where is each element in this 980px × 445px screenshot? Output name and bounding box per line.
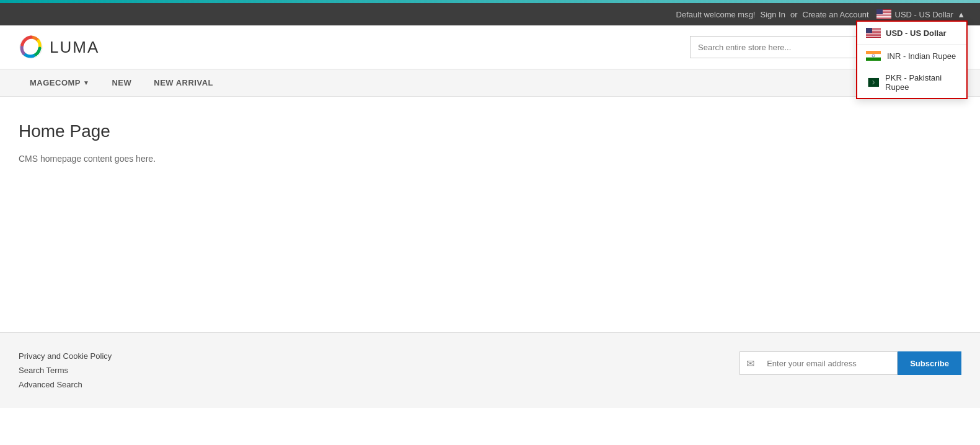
page-title: Home Page: [19, 121, 961, 141]
newsletter-email-input[interactable]: [761, 352, 897, 374]
svg-rect-16: [866, 51, 881, 54]
logo-text: LUMA: [50, 38, 99, 57]
pkr-label: PKR - Pakistani Rupee: [885, 73, 958, 92]
svg-rect-4: [876, 14, 891, 15]
header: LUMA 🔍 ⇄ ♡ 🛒: [0, 25, 980, 69]
usd-label: USD - US Dollar: [886, 29, 947, 38]
subscribe-button[interactable]: Subscribe: [898, 351, 961, 375]
nav-magecomp-chevron: ▼: [83, 79, 89, 86]
us-flag-icon: [876, 9, 891, 19]
search-input[interactable]: [691, 37, 864, 58]
or-separator: or: [790, 10, 798, 19]
inr-flag-icon: [866, 51, 881, 61]
newsletter-input-wrapper: ✉: [739, 351, 898, 375]
page-content: CMS homepage content goes here.: [19, 154, 961, 164]
welcome-message: Default welcome msg!: [676, 10, 756, 19]
nav-item-new[interactable]: new: [100, 69, 143, 96]
logo-link[interactable]: LUMA: [19, 35, 99, 59]
pkr-flag-icon: ☽: [866, 77, 879, 87]
logo-icon: [19, 35, 43, 59]
currency-arrow-icon: ▲: [957, 10, 965, 19]
navigation-bar: magecomp ▼ new New arrival: [0, 69, 980, 97]
footer: Privacy and Cookie Policy Search Terms A…: [0, 332, 980, 408]
footer-link-advanced-search[interactable]: Advanced Search: [19, 380, 112, 389]
svg-rect-5: [876, 16, 891, 17]
svg-rect-15: [866, 28, 872, 33]
svg-rect-18: [866, 58, 881, 61]
create-account-link[interactable]: Create an Account: [803, 10, 869, 19]
nav-magecomp-label: magecomp: [30, 78, 81, 87]
nav-item-new-arrival[interactable]: New arrival: [143, 69, 224, 96]
nav-new-arrival-label: New arrival: [154, 78, 213, 87]
svg-rect-14: [866, 36, 881, 37]
sign-in-link[interactable]: Sign In: [760, 10, 785, 19]
inr-label: INR - Indian Rupee: [887, 51, 956, 61]
newsletter-section: ✉ Subscribe: [739, 351, 961, 375]
currency-option-usd[interactable]: USD - US Dollar: [857, 22, 966, 45]
current-currency-label: USD - US Dollar: [895, 10, 954, 19]
footer-links: Privacy and Cookie Policy Search Terms A…: [19, 351, 112, 389]
footer-link-privacy[interactable]: Privacy and Cookie Policy: [19, 351, 112, 361]
svg-text:☽: ☽: [870, 80, 875, 86]
envelope-icon: ✉: [740, 358, 761, 369]
svg-rect-12: [866, 33, 881, 33]
currency-switcher[interactable]: USD - US Dollar ▲ USD - US Dollar: [874, 8, 968, 20]
currency-dropdown: USD - US Dollar INR - Indian Rupee: [856, 20, 968, 99]
svg-rect-7: [876, 9, 883, 14]
usd-flag-icon: [866, 28, 881, 38]
svg-rect-6: [876, 17, 891, 18]
main-content: Home Page CMS homepage content goes here…: [0, 97, 980, 332]
nav-new-label: new: [112, 78, 131, 87]
svg-rect-20: [866, 78, 868, 87]
nav-item-magecomp[interactable]: magecomp ▼: [19, 69, 100, 96]
currency-toggle-button[interactable]: USD - US Dollar ▲: [874, 8, 968, 20]
footer-link-search-terms[interactable]: Search Terms: [19, 366, 112, 375]
currency-option-pkr[interactable]: ☽ PKR - Pakistani Rupee: [857, 67, 966, 98]
currency-option-inr[interactable]: INR - Indian Rupee: [857, 45, 966, 67]
svg-rect-13: [866, 35, 881, 35]
top-bar: Default welcome msg! Sign In or Create a…: [0, 3, 980, 25]
